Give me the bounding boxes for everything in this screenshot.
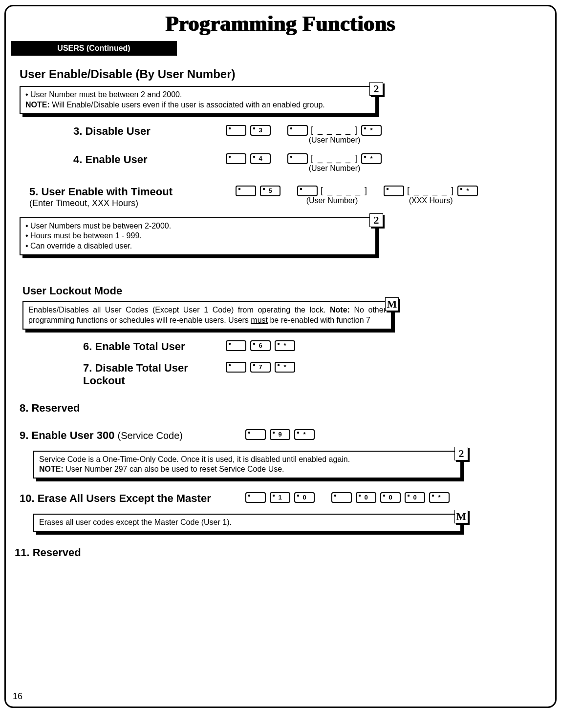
lockout-must: must: [251, 316, 268, 324]
placeholder-user-number: [ _ _ _ _ ]: [321, 186, 368, 196]
key-6: 6: [250, 340, 271, 351]
key-3: 3: [250, 125, 271, 136]
page-title: Programming Functions: [6, 6, 555, 41]
fn5-subline: (Enter Timeout, XXX Hours): [29, 198, 215, 208]
fn4-sublabel: (User Number): [309, 164, 361, 173]
fn10-label: 10. Erase All Users Except the Master: [20, 492, 225, 505]
fn9-note-label: NOTE:: [39, 465, 64, 473]
fn5-sublabel-hours: (XXX Hours): [409, 196, 453, 205]
fn9-row: 9. Enable User 300 (Service Code) 9 *: [20, 429, 543, 442]
key-0: 0: [380, 492, 401, 503]
heading-user-lockout-mode: User Lockout Mode: [22, 285, 543, 297]
key-enter-icon: [287, 153, 308, 164]
key-enter-icon: [287, 125, 308, 136]
note-box-erase-users: Erases all user codes except the Master …: [33, 514, 461, 532]
key-enter-icon: [226, 125, 246, 136]
lockout-text3: be re-enabled with function 7: [268, 316, 370, 324]
key-star-icon: *: [294, 429, 315, 440]
fn3-sublabel: (User Number): [309, 136, 361, 145]
placeholder-hours: [ _ _ _ _ ]: [407, 186, 454, 196]
key-0: 0: [405, 492, 425, 503]
note-line1: • User Number must be between 2 and 2000…: [25, 90, 370, 100]
fn5-row: 5. User Enable with Timeout (Enter Timeo…: [20, 186, 543, 208]
key-0: 0: [356, 492, 376, 503]
key-enter-icon: [331, 492, 352, 503]
fn9-keys: 9 *: [244, 429, 316, 440]
key-enter-icon: [384, 186, 404, 196]
fn10-box-text: Erases all user codes except the Master …: [39, 518, 455, 528]
fn3-keys: 3 [ _ _ _ _ ] * (User Number): [225, 125, 383, 145]
key-star-icon: *: [275, 340, 295, 351]
level-indicator: 2: [454, 447, 468, 460]
key-enter-icon: [245, 429, 266, 440]
key-star-icon: *: [429, 492, 450, 503]
fn5-keys: 5 [ _ _ _ _ ] (User Number) [ _ _ _ _ ] …: [235, 186, 479, 205]
content-area: User Enable/Disable (By User Number) • U…: [6, 67, 555, 559]
key-enter-icon: [226, 362, 246, 373]
fn4-row: 4. Enable User 4 [ _ _ _ _ ] * (User Num…: [20, 153, 543, 173]
fn10-keys: 1 0 0 0 0 *: [244, 492, 451, 503]
fn5-sublabel-user: (User Number): [306, 196, 358, 205]
level-indicator: 2: [369, 213, 383, 227]
key-enter-icon: [226, 340, 246, 351]
level-indicator: M: [454, 510, 468, 523]
key-9: 9: [270, 429, 290, 440]
fn9-label-bold: 9. Enable User 300: [20, 429, 118, 441]
fn6-label: 6. Enable Total User: [20, 340, 205, 353]
key-enter-icon: [236, 186, 256, 196]
fn3-row: 3. Disable User 3 [ _ _ _ _ ] * (User Nu…: [20, 125, 543, 145]
fn5-label: 5. User Enable with Timeout: [29, 186, 215, 198]
box2-line2: • Hours must be between 1 - 999.: [25, 231, 370, 241]
key-star-icon: *: [275, 362, 295, 373]
fn7-label: 7. Disable Total User Lockout: [20, 362, 215, 387]
level-indicator: M: [385, 297, 399, 311]
key-star-icon: *: [457, 186, 478, 196]
note-text: Will Enable/Disable users even if the us…: [50, 101, 325, 109]
lockout-note-label: Note:: [330, 306, 350, 314]
lockout-text: Enables/Disables all User Codes (Except …: [28, 305, 386, 326]
key-enter-icon: [226, 153, 246, 164]
section-tag-users: USERS (Continued): [11, 41, 177, 56]
fn9-label-block: 9. Enable User 300 (Service Code): [20, 429, 225, 442]
note-line2: NOTE: Will Enable/Disable users even if …: [25, 100, 370, 110]
key-1: 1: [270, 492, 290, 503]
note-label: NOTE:: [25, 101, 50, 109]
key-7: 7: [250, 362, 271, 373]
lockout-text1: Enables/Disables all User Codes (Except …: [28, 306, 330, 314]
key-4: 4: [250, 153, 271, 164]
box2-line1: • User Numbers must be between 2-2000.: [25, 221, 370, 231]
box2-line3: • Can override a disabled user.: [25, 241, 370, 251]
fn7-keys: 7 *: [225, 362, 296, 373]
fn7-row: 7. Disable Total User Lockout 7 *: [20, 362, 543, 387]
note-box-user-number: • User Number must be between 2 and 2000…: [20, 86, 376, 114]
key-star-icon: *: [361, 153, 382, 164]
key-star-icon: *: [361, 125, 382, 136]
fn5-label-block: 5. User Enable with Timeout (Enter Timeo…: [20, 186, 215, 208]
key-5: 5: [260, 186, 280, 196]
heading-sub: (By User Number): [135, 67, 235, 81]
fn4-keys: 4 [ _ _ _ _ ] * (User Number): [225, 153, 383, 173]
placeholder-user-number: [ _ _ _ _ ]: [311, 125, 358, 135]
key-0: 0: [294, 492, 315, 503]
fn9-box-line1: Service Code is a One-Time-Only Code. On…: [39, 455, 455, 465]
page-number: 16: [13, 691, 22, 702]
heading-user-enable-disable: User Enable/Disable (By User Number): [20, 67, 543, 81]
fn9-note-text: User Number 297 can also be used to rese…: [64, 465, 284, 473]
note-box-timeout: • User Numbers must be between 2-2000. •…: [20, 217, 376, 255]
fn10-row: 10. Erase All Users Except the Master 1 …: [20, 492, 543, 505]
heading-text: User Enable/Disable: [20, 67, 132, 81]
fn6-keys: 6 *: [225, 340, 296, 351]
fn11-label: 11. Reserved: [15, 546, 543, 559]
note-box-service-code: Service Code is a One-Time-Only Code. On…: [33, 451, 461, 479]
fn6-row: 6. Enable Total User 6 *: [20, 340, 543, 353]
fn3-label: 3. Disable User: [20, 125, 205, 138]
key-enter-icon: [245, 492, 266, 503]
level-indicator: 2: [369, 82, 383, 96]
fn9-label-light: (Service Code): [118, 430, 183, 441]
note-box-lockout: Enables/Disables all User Codes (Except …: [22, 301, 392, 330]
fn4-label: 4. Enable User: [20, 153, 205, 166]
key-enter-icon: [297, 186, 318, 196]
page-frame: Programming Functions USERS (Continued) …: [4, 5, 557, 708]
fn8-label: 8. Reserved: [20, 402, 543, 415]
placeholder-user-number: [ _ _ _ _ ]: [311, 153, 358, 164]
